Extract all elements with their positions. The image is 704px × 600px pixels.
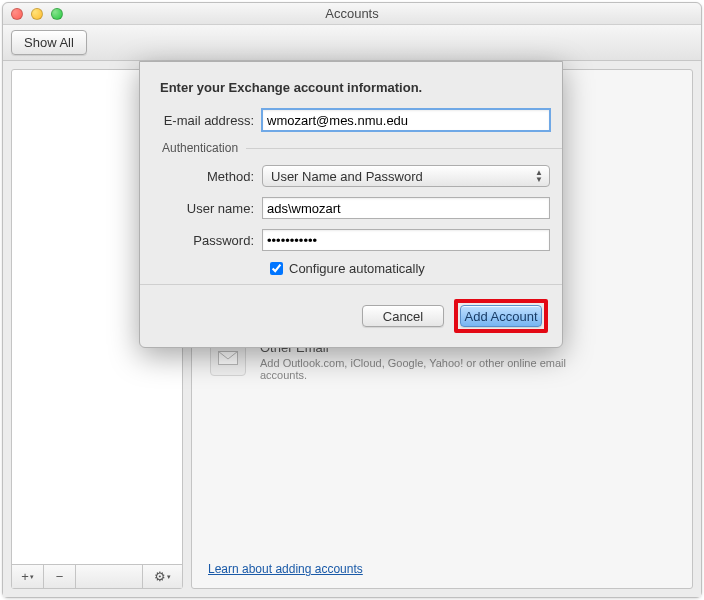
window-title: Accounts <box>3 6 701 21</box>
settings-menu-button[interactable]: ⚙ ▾ <box>142 565 182 588</box>
password-row: Password: <box>140 229 562 251</box>
modal-divider <box>140 284 562 285</box>
configure-row: Configure automatically <box>270 261 562 276</box>
titlebar: Accounts <box>3 3 701 25</box>
learn-link[interactable]: Learn about adding accounts <box>208 562 363 576</box>
highlight-frame: Add Account <box>454 299 548 333</box>
username-label: User name: <box>152 201 262 216</box>
cancel-button[interactable]: Cancel <box>362 305 444 327</box>
sidebar-footer: + ▾ − ⚙ ▾ <box>12 564 182 588</box>
add-account-button[interactable]: + ▾ <box>12 565 44 588</box>
modal-heading: Enter your Exchange account information. <box>160 80 542 95</box>
remove-account-button[interactable]: − <box>44 565 76 588</box>
modal-actions: Cancel Add Account <box>140 299 562 333</box>
configure-label: Configure automatically <box>289 261 425 276</box>
exchange-setup-sheet: Enter your Exchange account information.… <box>139 61 563 348</box>
email-row: E-mail address: <box>140 109 562 131</box>
method-value: User Name and Password <box>271 169 423 184</box>
plus-icon: + <box>21 569 29 584</box>
username-row: User name: <box>140 197 562 219</box>
password-input[interactable] <box>262 229 550 251</box>
username-input[interactable] <box>262 197 550 219</box>
configure-checkbox[interactable] <box>270 262 283 275</box>
email-label: E-mail address: <box>152 113 262 128</box>
chevron-down-icon: ▾ <box>30 573 34 581</box>
divider-line <box>246 148 562 149</box>
minus-icon: − <box>56 569 64 584</box>
method-select[interactable]: User Name and Password ▲▼ <box>262 165 550 187</box>
show-all-button[interactable]: Show All <box>11 30 87 55</box>
method-row: Method: User Name and Password ▲▼ <box>140 165 562 187</box>
method-label: Method: <box>152 169 262 184</box>
other-email-desc: Add Outlook.com, iCloud, Google, Yahoo! … <box>260 357 610 381</box>
updown-icon: ▲▼ <box>535 169 543 183</box>
gear-icon: ⚙ <box>154 569 166 584</box>
authentication-section: Authentication <box>140 141 562 155</box>
authentication-label: Authentication <box>162 141 238 155</box>
accounts-window: Accounts Show All + ▾ − ⚙ ▾ <box>2 2 702 598</box>
chevron-down-icon: ▾ <box>167 573 171 581</box>
add-account-button[interactable]: Add Account <box>460 305 542 327</box>
toolbar: Show All <box>3 25 701 61</box>
email-input[interactable] <box>262 109 550 131</box>
password-label: Password: <box>152 233 262 248</box>
